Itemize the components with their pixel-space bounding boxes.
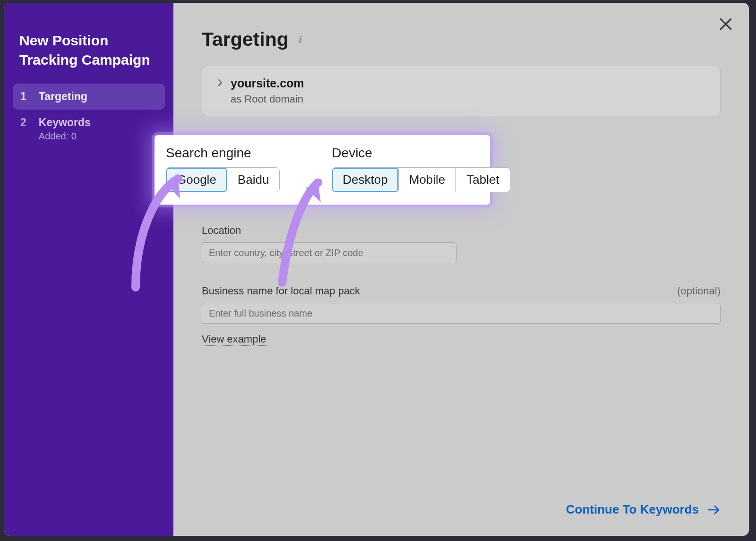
view-example-link[interactable]: View example	[202, 333, 266, 346]
device-label: Device	[332, 146, 510, 161]
domain-name: yoursite.com	[231, 77, 304, 90]
wizard-sidebar: New Position Tracking Campaign 1 Targeti…	[4, 3, 173, 536]
device-option-tablet[interactable]: Tablet	[456, 168, 509, 192]
close-button[interactable]	[716, 14, 736, 34]
chevron-right-icon	[216, 79, 224, 88]
arrow-right-icon	[707, 505, 721, 515]
location-label: Location	[202, 224, 241, 237]
search-engine-group: Search engine Google Baidu	[166, 146, 280, 192]
business-label: Business name for local map pack	[202, 285, 360, 297]
step-number: 2	[20, 116, 26, 129]
business-field-group: Business name for local map pack (option…	[202, 285, 721, 346]
step-number: 1	[20, 90, 26, 103]
search-engine-segmented: Google Baidu	[166, 167, 280, 192]
device-option-mobile[interactable]: Mobile	[399, 168, 456, 192]
page-title-text: Targeting	[202, 28, 289, 51]
device-group: Device Desktop Mobile Tablet	[332, 146, 510, 192]
search-engine-label: Search engine	[166, 146, 280, 161]
sidebar-step-targeting[interactable]: 1 Targeting	[13, 84, 165, 110]
wizard-footer: Continue To Keywords	[202, 483, 721, 517]
step-sub: Added: 0	[39, 131, 91, 142]
step-label: Keywords	[39, 116, 91, 129]
business-name-input[interactable]	[202, 303, 721, 324]
position-tracking-modal: New Position Tracking Campaign 1 Targeti…	[4, 3, 749, 536]
continue-label: Continue To Keywords	[566, 502, 699, 517]
search-engine-option-baidu[interactable]: Baidu	[227, 168, 280, 192]
business-optional: (optional)	[677, 285, 721, 297]
location-field-group: Location	[202, 224, 721, 263]
search-engine-option-google[interactable]: Google	[166, 168, 227, 192]
device-option-desktop[interactable]: Desktop	[332, 168, 398, 192]
sidebar-step-keywords[interactable]: 2 Keywords Added: 0	[13, 110, 165, 148]
continue-to-keywords-button[interactable]: Continue To Keywords	[566, 502, 721, 517]
info-icon[interactable]: i	[295, 34, 306, 45]
wizard-main: Targeting i yoursite.com as Root domain …	[173, 3, 749, 536]
device-segmented: Desktop Mobile Tablet	[332, 167, 510, 192]
domain-card[interactable]: yoursite.com as Root domain	[202, 66, 721, 116]
close-icon	[718, 17, 733, 32]
step-label: Targeting	[39, 90, 87, 103]
highlighted-controls: Search engine Google Baidu Device Deskto…	[155, 135, 490, 205]
page-title: Targeting i	[202, 28, 721, 51]
location-input[interactable]	[202, 242, 457, 263]
sidebar-title: New Position Tracking Campaign	[13, 31, 165, 84]
domain-subtitle: as Root domain	[231, 93, 706, 105]
